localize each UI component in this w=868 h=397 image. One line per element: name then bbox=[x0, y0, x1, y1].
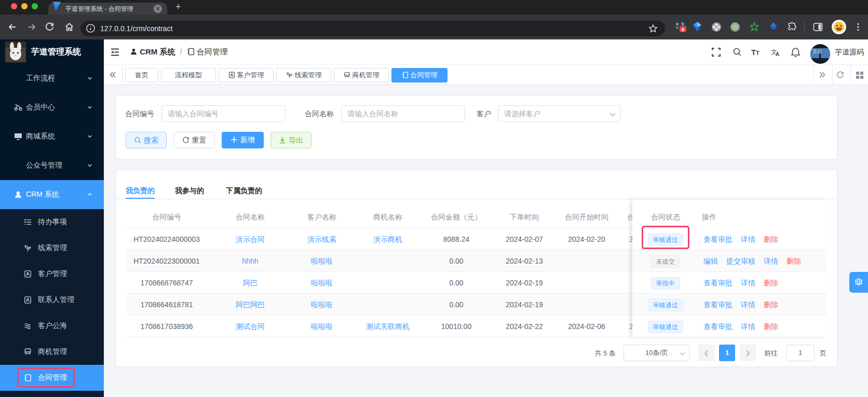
svg-text:文心: 文心 bbox=[812, 49, 822, 54]
svg-text:T: T bbox=[756, 50, 760, 56]
svg-text:A: A bbox=[776, 51, 779, 57]
svg-text:6: 6 bbox=[682, 27, 684, 32]
svg-text:T: T bbox=[751, 48, 756, 57]
